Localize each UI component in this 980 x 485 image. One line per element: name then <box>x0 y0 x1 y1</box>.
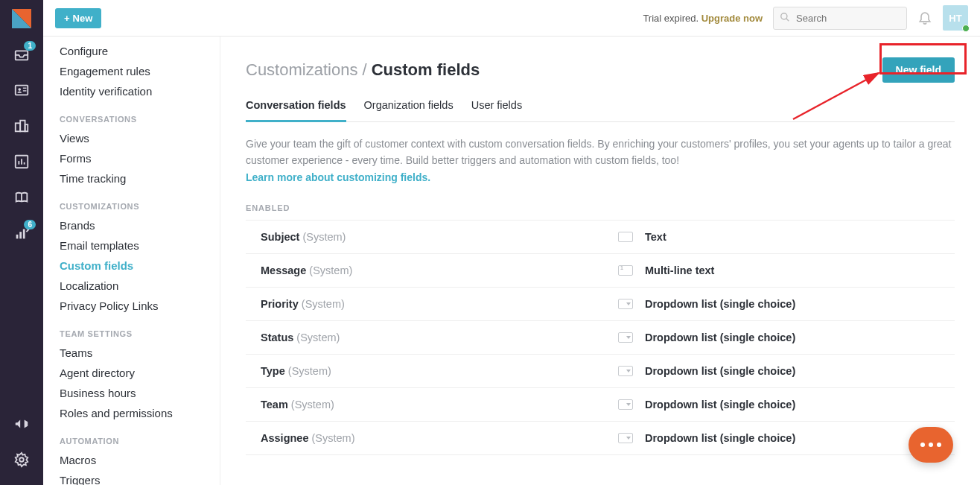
field-row[interactable]: Subject (System)Text <box>246 220 955 254</box>
field-type: Dropdown list (single choice) <box>618 432 795 444</box>
upgrade-link[interactable]: Upgrade now <box>701 13 763 24</box>
field-type-icon <box>618 332 633 343</box>
buildings-icon <box>13 118 30 134</box>
sidebar-item[interactable]: Time tracking <box>43 168 220 188</box>
svg-line-20 <box>786 18 789 21</box>
field-name: Priority (System) <box>261 298 618 310</box>
field-row[interactable]: Type (System)Dropdown list (single choic… <box>246 355 955 388</box>
enabled-section-label: ENABLED <box>246 203 955 212</box>
field-name: Team (System) <box>261 399 618 410</box>
field-type: Dropdown list (single choice) <box>618 365 795 377</box>
field-type: Text <box>618 231 666 243</box>
sidebar-section-header: TEAM SETTINGS <box>43 316 220 343</box>
svg-point-19 <box>781 13 787 19</box>
page-description: Give your team the gift of customer cont… <box>246 136 955 186</box>
sidebar-item[interactable]: Brands <box>43 215 220 235</box>
search-box <box>773 7 907 30</box>
svg-rect-15 <box>16 235 19 239</box>
svg-rect-7 <box>16 123 20 131</box>
search-input[interactable] <box>773 7 907 30</box>
nav-settings[interactable] <box>0 442 43 478</box>
chat-fab[interactable] <box>909 427 953 463</box>
field-name: Assignee (System) <box>261 432 618 444</box>
gear-icon <box>13 451 30 468</box>
nav-announcements[interactable] <box>0 406 43 442</box>
svg-rect-16 <box>19 232 22 238</box>
notifications-button[interactable] <box>917 10 932 27</box>
learn-more-link[interactable]: Learn more about customizing fields. <box>246 171 430 183</box>
tab[interactable]: Organization fields <box>364 99 454 121</box>
app-logo[interactable] <box>0 0 43 37</box>
field-row[interactable]: Assignee (System)Dropdown list (single c… <box>246 422 955 455</box>
new-button-label: New <box>73 13 93 24</box>
marketing-badge: 6 <box>24 220 36 229</box>
sidebar-item[interactable]: Configure <box>43 41 220 61</box>
field-type-icon <box>618 265 633 276</box>
sidebar-item[interactable]: Teams <box>43 343 220 363</box>
sidebar-item[interactable]: Localization <box>43 276 220 296</box>
sidebar-item[interactable]: Business hours <box>43 383 220 403</box>
bell-icon <box>917 10 932 25</box>
nav-reports[interactable] <box>0 144 43 180</box>
sidebar-item[interactable]: Triggers <box>43 470 220 485</box>
logo-icon <box>12 9 31 28</box>
svg-rect-9 <box>25 124 28 131</box>
field-type-icon <box>618 433 633 443</box>
field-type-icon <box>618 366 633 376</box>
sidebar-section-header: CONVERSATIONS <box>43 101 220 128</box>
field-tabs: Conversation fieldsOrganization fieldsUs… <box>246 99 955 122</box>
field-type: Dropdown list (single choice) <box>618 399 795 410</box>
sidebar-item[interactable]: Forms <box>43 148 220 168</box>
svg-point-18 <box>19 457 24 462</box>
svg-point-4 <box>18 88 21 91</box>
bar-chart-icon <box>13 153 30 170</box>
field-name: Type (System) <box>261 365 618 377</box>
plus-icon: + <box>64 13 70 24</box>
tab[interactable]: User fields <box>471 99 523 121</box>
sidebar-item[interactable]: Views <box>43 128 220 148</box>
svg-rect-8 <box>20 121 25 132</box>
sidebar-section-header: CUSTOMIZATIONS <box>43 188 220 215</box>
main-content: Customizations / Custom fields New field… <box>220 37 980 485</box>
field-name: Status (System) <box>261 332 618 343</box>
nav-inbox[interactable]: 1 <box>0 37 43 72</box>
field-list: Subject (System)TextMessage (System)Mult… <box>246 220 955 455</box>
search-icon <box>780 12 790 25</box>
sidebar-section-header: AUTOMATION <box>43 423 220 450</box>
svg-rect-3 <box>16 86 28 95</box>
field-row[interactable]: Team (System)Dropdown list (single choic… <box>246 388 955 422</box>
sidebar-item[interactable]: Agent directory <box>43 363 220 383</box>
breadcrumb-current: Custom fields <box>372 60 480 79</box>
field-row[interactable]: Priority (System)Dropdown list (single c… <box>246 288 955 321</box>
settings-sidebar: ConfigureEngagement rulesIdentity verifi… <box>43 37 220 485</box>
field-type-icon <box>618 232 633 242</box>
field-name: Message (System) <box>261 264 618 276</box>
field-type-icon <box>618 399 633 410</box>
sidebar-item[interactable]: Privacy Policy Links <box>43 296 220 316</box>
sidebar-item[interactable]: Macros <box>43 450 220 470</box>
new-button[interactable]: +New <box>55 8 101 28</box>
sidebar-item[interactable]: Roles and permissions <box>43 403 220 423</box>
nav-marketing[interactable]: 6 <box>0 215 43 251</box>
nav-contacts[interactable] <box>0 72 43 108</box>
book-icon <box>13 189 30 206</box>
field-row[interactable]: Status (System)Dropdown list (single cho… <box>246 321 955 355</box>
top-bar: +New Trial expired. Upgrade now HT <box>43 0 980 37</box>
sidebar-item[interactable]: Engagement rules <box>43 61 220 81</box>
app-icon-bar: 1 6 <box>0 0 43 485</box>
sidebar-item[interactable]: Custom fields <box>43 256 220 276</box>
trial-status: Trial expired. Upgrade now <box>643 13 763 24</box>
sidebar-item[interactable]: Identity verification <box>43 81 220 101</box>
field-type: Multi-line text <box>618 264 714 276</box>
svg-rect-17 <box>23 229 25 239</box>
user-avatar[interactable]: HT <box>943 5 968 31</box>
new-field-button[interactable]: New field <box>882 57 955 83</box>
inbox-badge: 1 <box>24 41 36 51</box>
nav-organizations[interactable] <box>0 108 43 144</box>
field-name: Subject (System) <box>261 231 618 243</box>
tab[interactable]: Conversation fields <box>246 99 346 122</box>
megaphone-icon <box>13 416 30 432</box>
field-row[interactable]: Message (System)Multi-line text <box>246 254 955 288</box>
nav-knowledge[interactable] <box>0 180 43 215</box>
sidebar-item[interactable]: Email templates <box>43 235 220 256</box>
